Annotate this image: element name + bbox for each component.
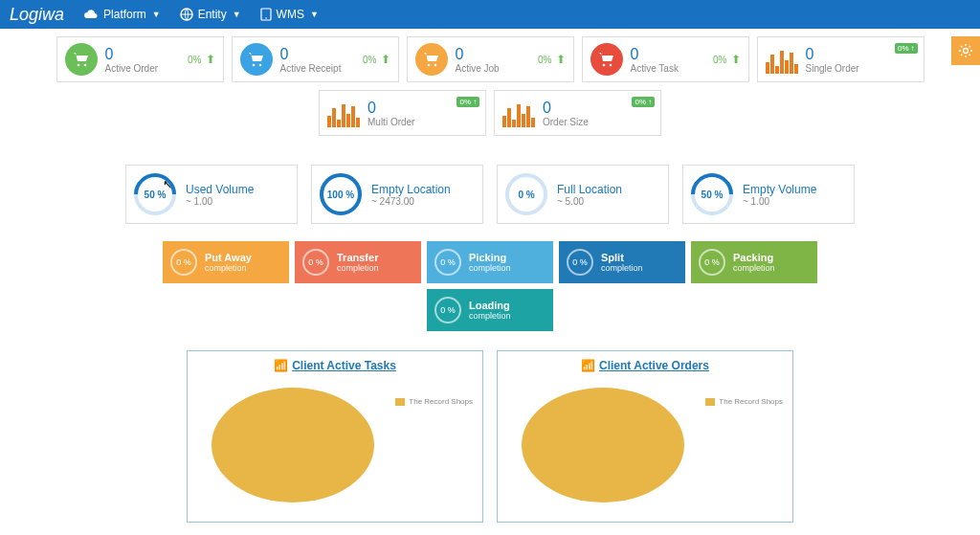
svg-point-7 [258, 64, 261, 67]
cart-icon [65, 43, 98, 76]
arrow-up-icon: ↑ [911, 44, 915, 53]
kpi-active-task[interactable]: 0Active Task 0%⬆ [582, 36, 749, 82]
logo: Logiwa [10, 5, 64, 25]
arrow-up-icon: ↑ [473, 98, 477, 106]
ring-icon: 0 % [567, 249, 593, 276]
kpi-active-order[interactable]: 0Active Order 0%⬆ [56, 36, 224, 82]
chart-legend: The Record Shops [395, 397, 473, 406]
pct-badge: 0%↑ [457, 97, 479, 107]
svg-point-10 [602, 64, 605, 67]
cloud-icon [83, 9, 99, 20]
tile-picking[interactable]: 0 %Pickingcompletion [427, 241, 553, 283]
arrow-up-icon: ⬆ [731, 53, 741, 66]
kpi-pct: 0% [713, 55, 726, 65]
svg-point-3 [964, 49, 969, 54]
chevron-down-icon: ▼ [233, 10, 241, 19]
tile-split[interactable]: 0 %Splitcompletion [559, 241, 685, 283]
tile-loading[interactable]: 0 %Loadingcompletion [427, 289, 553, 331]
gauge-full-location[interactable]: 0 % Full Location~ 5.00 [497, 165, 669, 224]
tile-title: Split [601, 252, 643, 263]
tile-transfer[interactable]: 0 %Transfercompletion [295, 241, 421, 283]
bars-icon [502, 99, 535, 127]
ring-icon: 0 % [434, 249, 461, 276]
gauge-used-volume[interactable]: 50 % Used Volume~ 1.00 [125, 165, 298, 224]
nav-label: Platform [103, 8, 146, 21]
kpi-row-2: 0Multi Order 0%↑ 0Order Size 0%↑ [48, 90, 932, 136]
gauge-ring: 50 % [134, 173, 176, 215]
tile-title: Put Away [205, 252, 252, 263]
tile-sub: completion [601, 263, 643, 273]
chevron-down-icon: ▼ [310, 10, 319, 19]
panel-title: 📶Client Active Orders [507, 359, 783, 372]
kpi-label: Active Order [105, 63, 189, 74]
tile-title: Transfer [337, 252, 379, 263]
kpi-single-order[interactable]: 0Single Order 0%↑ [757, 36, 924, 82]
svg-point-5 [83, 64, 86, 67]
kpi-label: Active Receipt [280, 63, 364, 74]
bars-icon [766, 45, 798, 74]
kpi-pct: 0% [363, 55, 376, 65]
kpi-value: 0 [105, 46, 189, 63]
gauge-title: Empty Volume [743, 183, 816, 196]
gauge-sub: ~ 1.00 [186, 196, 254, 207]
kpi-label: Active Task [631, 63, 714, 74]
kpi-label: Active Job [456, 63, 539, 74]
bars-icon [327, 99, 360, 127]
pct-badge: 0%↑ [632, 97, 655, 107]
app-header: Logiwa Platform ▼ Entity ▼ WMS ▼ [0, 0, 980, 29]
pct-badge: 0%↑ [895, 43, 918, 54]
kpi-order-size[interactable]: 0Order Size 0%↑ [494, 90, 661, 136]
dashboard-content: ↖ 0Active Order 0%⬆ 0Active Receipt 0%⬆ … [0, 29, 980, 535]
chevron-down-icon: ▼ [152, 10, 161, 19]
gauge-ring: 50 % [691, 173, 733, 215]
gauge-title: Empty Location [371, 183, 451, 196]
kpi-label: Multi Order [368, 117, 478, 127]
gear-icon [958, 43, 973, 58]
svg-point-8 [427, 64, 430, 67]
tile-title: Loading [469, 300, 511, 311]
arrow-up-icon: ⬆ [381, 53, 390, 66]
tile-packing[interactable]: 0 %Packingcompletion [691, 241, 817, 283]
kpi-active-job[interactable]: 0Active Job 0%⬆ [407, 36, 574, 82]
svg-point-4 [77, 64, 79, 67]
tablet-icon [260, 8, 272, 21]
tile-put-away[interactable]: 0 %Put Awaycompletion [163, 241, 289, 283]
kpi-pct: 0% [538, 55, 551, 65]
arrow-up-icon: ⬆ [206, 53, 215, 66]
completion-row-1: 0 %Put Awaycompletion 0 %Transfercomplet… [48, 241, 932, 283]
kpi-value: 0 [631, 46, 714, 63]
cart-icon [590, 43, 623, 76]
gauge-title: Used Volume [186, 183, 254, 196]
panel-client-active-orders[interactable]: 📶Client Active Orders The Record Shops [497, 350, 793, 523]
chart-icon: 📶 [581, 359, 595, 372]
kpi-active-receipt[interactable]: 0Active Receipt 0%⬆ [232, 36, 399, 82]
gauge-ring: 100 % [320, 173, 362, 215]
globe-icon [180, 8, 193, 21]
gauge-row: 50 % Used Volume~ 1.00 100 % Empty Locat… [48, 165, 932, 224]
cart-icon [415, 43, 448, 76]
kpi-value: 0 [456, 46, 539, 63]
svg-point-11 [609, 64, 612, 67]
settings-button[interactable] [951, 36, 980, 65]
svg-point-6 [252, 64, 255, 67]
kpi-label: Single Order [806, 63, 916, 74]
nav-wms[interactable]: WMS ▼ [260, 8, 319, 21]
nav-platform[interactable]: Platform ▼ [83, 8, 161, 21]
cart-icon [240, 43, 273, 76]
tile-sub: completion [469, 311, 511, 321]
kpi-multi-order[interactable]: 0Multi Order 0%↑ [319, 90, 486, 136]
ring-icon: 0 % [170, 249, 197, 276]
panel-body: The Record Shops [197, 378, 473, 512]
nav-entity[interactable]: Entity ▼ [180, 8, 241, 21]
legend-swatch [395, 398, 405, 406]
chart-icon: 📶 [274, 359, 288, 372]
panel-client-active-tasks[interactable]: 📶Client Active Tasks The Record Shops [187, 350, 483, 523]
chart-panels-row: 📶Client Active Tasks The Record Shops 📶C… [48, 350, 932, 523]
gauge-empty-volume[interactable]: 50 % Empty Volume~ 1.00 [682, 165, 855, 224]
gauge-empty-location[interactable]: 100 % Empty Location~ 2473.00 [311, 165, 483, 224]
completion-row-2: 0 %Loadingcompletion [48, 289, 932, 331]
nav-label: WMS [277, 8, 304, 21]
kpi-pct: 0% [188, 55, 201, 65]
gauge-sub: ~ 5.00 [557, 196, 622, 207]
gauge-sub: ~ 2473.00 [371, 196, 451, 207]
